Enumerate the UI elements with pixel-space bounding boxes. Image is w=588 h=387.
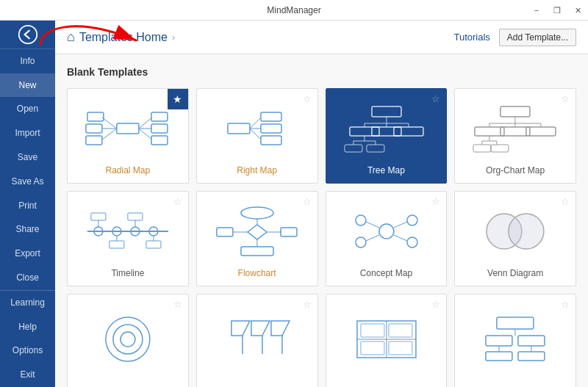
template-card-tree[interactable]: ☆ bbox=[326, 88, 448, 184]
sidebar-item-learning[interactable]: Learning bbox=[0, 291, 55, 315]
breadcrumb: ⌂ Templates Home › bbox=[67, 29, 175, 45]
svg-line-80 bbox=[393, 222, 406, 228]
home-icon[interactable]: ⌂ bbox=[67, 29, 75, 45]
template-card-matrix[interactable]: ☆ bbox=[326, 294, 448, 387]
svg-rect-11 bbox=[151, 124, 168, 133]
sidebar-bottom: Learning Help Options Exit bbox=[0, 290, 55, 387]
tutorials-link[interactable]: Tutorials bbox=[453, 32, 490, 43]
svg-rect-107 bbox=[518, 352, 545, 361]
svg-rect-3 bbox=[87, 112, 104, 121]
card-label-venn: Venn Diagram bbox=[487, 268, 543, 278]
svg-rect-62 bbox=[146, 241, 161, 248]
template-card-flowchart[interactable]: ☆ Flowc bbox=[196, 191, 318, 286]
card-label-radial: Radial Map bbox=[106, 165, 151, 176]
svg-rect-70 bbox=[281, 228, 297, 236]
sidebar-item-save[interactable]: Save bbox=[0, 145, 55, 170]
svg-rect-56 bbox=[91, 213, 106, 220]
card-preview-funnel bbox=[206, 303, 309, 375]
svg-point-74 bbox=[355, 215, 365, 225]
template-card-circle[interactable]: ☆ bbox=[67, 294, 189, 387]
star-icon-tree: ☆ bbox=[431, 93, 440, 104]
sidebar-item-exit[interactable]: Exit bbox=[0, 363, 55, 387]
svg-line-12 bbox=[139, 129, 152, 140]
svg-rect-9 bbox=[151, 112, 168, 121]
star-icon-timeline: ☆ bbox=[173, 196, 182, 207]
sidebar-item-export[interactable]: Export bbox=[0, 242, 55, 266]
card-preview-radial bbox=[76, 98, 179, 159]
close-button[interactable]: ✕ bbox=[567, 0, 588, 21]
svg-rect-60 bbox=[128, 213, 143, 220]
breadcrumb-text[interactable]: Templates Home bbox=[79, 31, 168, 44]
sidebar-item-info[interactable]: Info bbox=[0, 49, 55, 73]
card-preview-flowchart bbox=[206, 200, 309, 262]
minimize-button[interactable]: − bbox=[526, 0, 547, 21]
sidebar-item-share[interactable]: Share bbox=[0, 217, 55, 242]
template-card-radial[interactable]: ★ bbox=[67, 88, 189, 184]
svg-marker-87 bbox=[232, 321, 250, 336]
card-preview-circle bbox=[76, 303, 179, 375]
content-area: ⌂ Templates Home › Tutorials Add Templat… bbox=[55, 21, 588, 387]
svg-point-84 bbox=[106, 317, 150, 361]
svg-rect-99 bbox=[388, 341, 412, 355]
sidebar-item-import[interactable]: Import bbox=[0, 121, 55, 145]
svg-rect-43 bbox=[501, 127, 530, 136]
svg-point-85 bbox=[113, 325, 143, 354]
svg-rect-14 bbox=[228, 123, 250, 134]
card-preview-concept bbox=[335, 200, 438, 262]
sidebar-item-saveas[interactable]: Save As bbox=[0, 170, 55, 194]
template-card-right[interactable]: ☆ Right Map bbox=[196, 88, 318, 184]
template-card-timeline[interactable]: ☆ bbox=[67, 191, 189, 286]
template-card-concept[interactable]: ☆ Conce bbox=[326, 191, 448, 286]
sidebar-item-options[interactable]: Options bbox=[0, 339, 55, 363]
svg-line-6 bbox=[102, 129, 117, 140]
svg-marker-66 bbox=[248, 225, 267, 239]
add-template-button[interactable]: Add Template... bbox=[499, 29, 576, 46]
card-preview-matrix bbox=[335, 303, 438, 375]
svg-point-77 bbox=[406, 237, 417, 247]
svg-rect-29 bbox=[393, 127, 423, 136]
card-preview-org bbox=[464, 98, 567, 159]
svg-point-83 bbox=[509, 214, 544, 249]
window-controls: − ❐ ✕ bbox=[526, 0, 588, 21]
app-body: Info New Open Import Save Save As Print … bbox=[0, 21, 588, 387]
sidebar-item-close[interactable]: Close bbox=[0, 266, 55, 290]
card-preview-venn bbox=[464, 200, 567, 262]
window-title: MindManager bbox=[267, 5, 320, 15]
svg-rect-100 bbox=[497, 317, 534, 329]
svg-rect-20 bbox=[261, 136, 282, 145]
sidebar-item-open[interactable]: Open bbox=[0, 97, 55, 121]
svg-line-8 bbox=[139, 117, 152, 129]
svg-rect-21 bbox=[371, 106, 401, 117]
sidebar-item-print[interactable]: Print bbox=[0, 194, 55, 218]
sidebar-item-new[interactable]: New bbox=[0, 73, 55, 98]
star-icon-network: ☆ bbox=[561, 299, 570, 310]
card-label-timeline: Timeline bbox=[111, 268, 144, 278]
template-card-funnel[interactable]: ☆ bbox=[196, 294, 318, 387]
svg-rect-16 bbox=[261, 112, 282, 121]
section-title: Blank Templates bbox=[67, 66, 576, 78]
svg-rect-13 bbox=[151, 136, 168, 145]
sidebar-item-help[interactable]: Help bbox=[0, 315, 55, 339]
header-right: Tutorials Add Template... bbox=[453, 29, 576, 46]
svg-rect-96 bbox=[360, 324, 384, 337]
back-button[interactable] bbox=[0, 21, 55, 49]
card-preview-network bbox=[464, 303, 567, 375]
svg-line-2 bbox=[102, 117, 117, 129]
restore-button[interactable]: ❐ bbox=[547, 0, 567, 21]
card-label-org: Org-Chart Map bbox=[486, 165, 545, 176]
svg-rect-106 bbox=[486, 352, 512, 361]
svg-point-75 bbox=[355, 237, 365, 247]
svg-rect-42 bbox=[475, 127, 504, 136]
template-card-network[interactable]: ☆ bbox=[454, 294, 576, 387]
template-card-venn[interactable]: ☆ Venn Diagram bbox=[454, 191, 576, 286]
template-grid: ★ bbox=[67, 88, 576, 387]
main-content: Blank Templates ★ bbox=[55, 54, 588, 387]
star-filled-icon: ★ bbox=[168, 89, 188, 109]
svg-rect-103 bbox=[518, 336, 545, 346]
svg-rect-58 bbox=[110, 241, 124, 248]
svg-rect-28 bbox=[371, 127, 401, 136]
template-card-org[interactable]: ☆ bbox=[454, 88, 576, 184]
card-label-concept: Concept Map bbox=[360, 268, 412, 278]
svg-point-76 bbox=[406, 215, 417, 225]
svg-rect-36 bbox=[501, 106, 530, 117]
